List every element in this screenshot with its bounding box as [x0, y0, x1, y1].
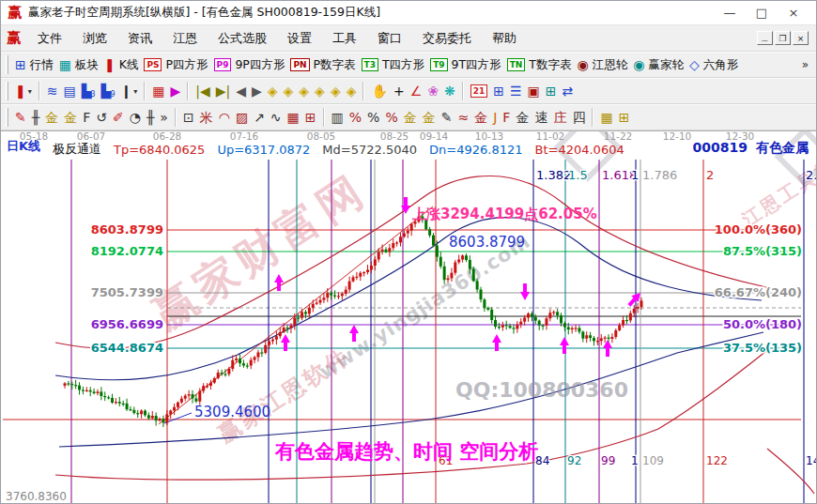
zigzag-wave-button[interactable]: ∿: [268, 107, 285, 129]
period-selector-button[interactable]: ❚▾: [12, 81, 35, 102]
sectors-button[interactable]: ▦板块: [56, 54, 101, 76]
arc-fan-button[interactable]: ◠: [216, 107, 233, 129]
memo-list-button[interactable]: ☰: [507, 81, 525, 102]
jump-first-button[interactable]: |◀: [193, 81, 212, 102]
spiral-button[interactable]: ↺: [93, 107, 110, 129]
gold-comb-button[interactable]: 金: [42, 107, 61, 129]
gold-red-button[interactable]: 金: [471, 107, 490, 129]
flower-tool-button[interactable]: ❀: [424, 81, 441, 102]
overlay-chart-button[interactable]: ≋: [44, 81, 61, 102]
winner-wheel-button[interactable]: ◉赢家轮: [630, 54, 686, 76]
t9-square-button[interactable]: T99T四方形: [427, 54, 504, 76]
crosshair-button[interactable]: +: [391, 81, 408, 102]
menu-item-file[interactable]: 文件: [27, 27, 72, 50]
hexagon-button[interactable]: ◇六角形: [686, 54, 741, 76]
red-grid-button[interactable]: ▦: [285, 107, 302, 129]
single-candle-button[interactable]: ❙▾: [117, 81, 140, 102]
jump-last-button[interactable]: ▶|: [213, 81, 233, 102]
menu-item-settings[interactable]: 设置: [277, 27, 322, 50]
t-square-button[interactable]: T3T四方形: [359, 54, 428, 76]
k-combine-button[interactable]: ▦: [149, 81, 167, 102]
brush-button[interactable]: ✎: [12, 107, 29, 129]
quote-board-button[interactable]: ▤: [60, 81, 78, 102]
j-line-button[interactable]: J: [490, 107, 500, 129]
matrix-table-button[interactable]: ⊞: [490, 81, 507, 102]
wave-gauge-button[interactable]: ≈: [455, 107, 471, 129]
p9-square-button[interactable]: P99P四方形: [211, 54, 288, 76]
trend-arrow-button[interactable]: ↗: [251, 107, 268, 129]
k-combine-icon: ▦: [152, 84, 164, 98]
gann-wheel-button[interactable]: ◉江恩轮: [574, 54, 630, 76]
angle-measure-button[interactable]: ∠: [408, 81, 425, 102]
kline-button[interactable]: ❚K线: [101, 54, 141, 76]
tick-comb-button[interactable]: ╫: [144, 107, 157, 129]
svg-text:1: 1: [631, 454, 639, 467]
f-line-button[interactable]: F: [500, 107, 513, 129]
nav-h-expand-button[interactable]: ◈: [296, 81, 312, 102]
menu-item-tools[interactable]: 工具: [322, 27, 367, 50]
yellow-grid-button[interactable]: ▦: [597, 107, 615, 129]
menu-item-window[interactable]: 窗口: [367, 27, 412, 50]
angle-measure-icon: ∠: [410, 84, 423, 98]
price-ruler-button[interactable]: ▥: [329, 107, 347, 129]
menu-item-browse[interactable]: 浏览: [72, 27, 117, 50]
red-grid-2-button[interactable]: ⊞: [302, 107, 319, 129]
menu-item-formula-stock-pick[interactable]: 公式选股: [208, 27, 277, 50]
fan-lines-button[interactable]: 米: [197, 107, 216, 129]
cycle-clock-button[interactable]: ◔: [127, 107, 144, 129]
next-bar-button[interactable]: ▶: [249, 81, 265, 102]
menu-item-trade-order[interactable]: 交易委托: [412, 27, 482, 50]
close-button[interactable]: ×: [778, 6, 809, 20]
percent-button[interactable]: %: [364, 107, 382, 129]
calendar-button[interactable]: 21: [468, 81, 491, 102]
color-trend-button[interactable]: ▶: [167, 81, 183, 102]
nav-all-button[interactable]: ◈: [328, 81, 344, 102]
brush-angle-button[interactable]: ✐: [110, 107, 127, 129]
hexagon-label: 六角形: [703, 57, 739, 73]
bars-3-button[interactable]: ▙3: [79, 81, 99, 102]
pan-hand-button[interactable]: ✋: [368, 81, 390, 102]
nav-left-button[interactable]: ◈: [265, 81, 281, 102]
gold-level-button[interactable]: 金: [420, 107, 439, 129]
percent-cross-button[interactable]: %: [347, 107, 364, 129]
speed-line-button[interactable]: 速: [532, 107, 550, 129]
p-square-button[interactable]: PSP四方形: [141, 54, 210, 76]
yellow-grid-2-button[interactable]: ⊞: [616, 107, 633, 129]
mdi-close-button[interactable]: ×: [793, 31, 809, 45]
hexagon-icon: ◇: [689, 58, 700, 71]
prev-bar-button[interactable]: ◀: [233, 81, 249, 102]
menu-item-news[interactable]: 资讯: [117, 27, 162, 50]
p-number-table-button[interactable]: PNP数字表: [287, 54, 358, 76]
nav-h-shrink-button[interactable]: ◈: [312, 81, 328, 102]
nav-right-button[interactable]: ◈: [281, 81, 297, 102]
shade-box-button[interactable]: ▨: [233, 107, 251, 129]
nav-v-expand-button[interactable]: ◈: [344, 81, 360, 102]
gold-circle-button[interactable]: 金: [401, 107, 420, 129]
web-table-button[interactable]: ⊞: [543, 81, 560, 102]
data-transfer-button[interactable]: ⇄: [559, 81, 576, 102]
maximize-button[interactable]: □: [746, 6, 778, 20]
f-comb-button[interactable]: F: [80, 107, 93, 129]
gann-comb-button[interactable]: ╫: [29, 107, 42, 129]
mdi-minimize-button[interactable]: ＿: [757, 31, 773, 45]
ink-brush-button[interactable]: ✎: [439, 107, 455, 129]
more-tools-button[interactable]: »: [157, 107, 171, 129]
net-tool-button[interactable]: ❋: [441, 81, 458, 102]
gold-angle-button[interactable]: 金: [513, 107, 532, 129]
minimize-button[interactable]: —: [714, 6, 746, 20]
chart-canvas[interactable]: 赢家财富网www.yingjia360.com赢家江恩软件江恩工具软件8603.…: [1, 131, 817, 504]
bars-9-button[interactable]: ▙9: [99, 81, 118, 102]
kline-icon: ❚: [104, 58, 116, 71]
menu-item-gann[interactable]: 江恩: [162, 27, 208, 50]
banker-line-button[interactable]: 庄: [550, 107, 569, 129]
gold-comb-2-button[interactable]: 金: [61, 107, 80, 129]
save-button[interactable]: ▣: [525, 81, 543, 102]
toolbar-overflow-button[interactable]: »: [802, 58, 812, 71]
menu-item-help[interactable]: 帮助: [482, 27, 527, 50]
t-number-table-button[interactable]: TNT数字表: [504, 54, 575, 76]
percent-level-button[interactable]: %: [382, 107, 400, 129]
quotes-button[interactable]: ⊞行情: [12, 54, 56, 76]
quad-line-button[interactable]: 四: [569, 107, 588, 129]
box-gann-button[interactable]: ⊡: [180, 107, 197, 129]
mdi-restore-button[interactable]: ❐: [775, 31, 791, 45]
